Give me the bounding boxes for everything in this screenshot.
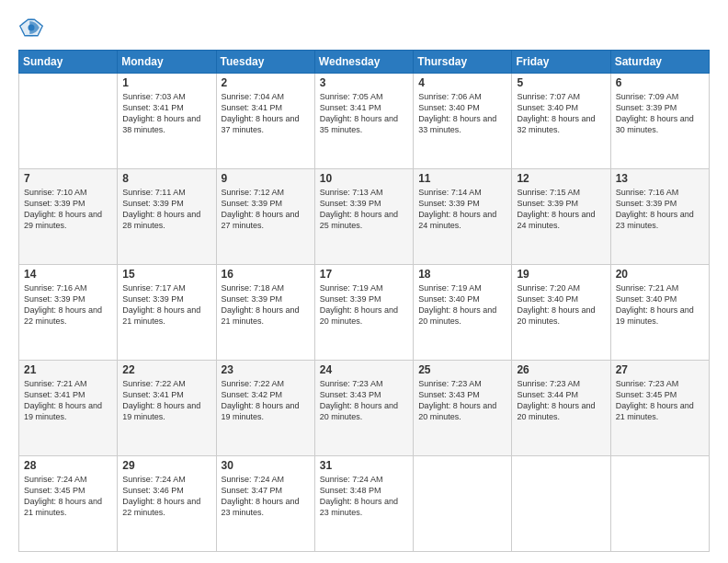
cell-info: Sunrise: 7:14 AMSunset: 3:39 PMDaylight:… xyxy=(418,187,506,232)
calendar-cell: 14Sunrise: 7:16 AMSunset: 3:39 PMDayligh… xyxy=(19,265,118,361)
calendar-cell: 9Sunrise: 7:12 AMSunset: 3:39 PMDaylight… xyxy=(216,169,314,265)
day-number: 25 xyxy=(418,363,506,376)
calendar-cell: 27Sunrise: 7:23 AMSunset: 3:45 PMDayligh… xyxy=(610,361,709,456)
calendar-cell: 31Sunrise: 7:24 AMSunset: 3:48 PMDayligh… xyxy=(314,456,413,552)
calendar-week-1: 1Sunrise: 7:03 AMSunset: 3:41 PMDaylight… xyxy=(19,74,710,169)
cell-info: Sunrise: 7:05 AMSunset: 3:41 PMDaylight:… xyxy=(320,91,408,136)
cell-info: Sunrise: 7:16 AMSunset: 3:39 PMDaylight:… xyxy=(616,187,704,232)
cell-info: Sunrise: 7:06 AMSunset: 3:40 PMDaylight:… xyxy=(418,91,506,136)
day-number: 26 xyxy=(517,363,605,376)
day-number: 17 xyxy=(320,268,408,281)
calendar-cell xyxy=(19,74,118,169)
calendar-cell: 19Sunrise: 7:20 AMSunset: 3:40 PMDayligh… xyxy=(512,265,610,361)
calendar-cell: 10Sunrise: 7:13 AMSunset: 3:39 PMDayligh… xyxy=(314,169,413,265)
day-number: 31 xyxy=(320,459,408,472)
calendar-cell xyxy=(610,456,709,552)
cell-info: Sunrise: 7:15 AMSunset: 3:39 PMDaylight:… xyxy=(517,187,605,232)
calendar-cell: 18Sunrise: 7:19 AMSunset: 3:40 PMDayligh… xyxy=(414,265,512,361)
day-number: 6 xyxy=(616,76,704,89)
day-number: 4 xyxy=(418,76,506,89)
calendar-week-3: 14Sunrise: 7:16 AMSunset: 3:39 PMDayligh… xyxy=(19,265,710,361)
cell-info: Sunrise: 7:19 AMSunset: 3:39 PMDaylight:… xyxy=(320,282,408,327)
cell-info: Sunrise: 7:22 AMSunset: 3:41 PMDaylight:… xyxy=(122,378,210,423)
calendar-cell: 8Sunrise: 7:11 AMSunset: 3:39 PMDaylight… xyxy=(118,169,216,265)
cell-info: Sunrise: 7:04 AMSunset: 3:41 PMDaylight:… xyxy=(222,91,310,136)
day-number: 15 xyxy=(122,268,210,281)
calendar-cell: 24Sunrise: 7:23 AMSunset: 3:43 PMDayligh… xyxy=(314,361,413,456)
logo-icon xyxy=(18,15,44,40)
logo xyxy=(18,15,48,40)
cell-info: Sunrise: 7:13 AMSunset: 3:39 PMDaylight:… xyxy=(320,187,408,232)
calendar-cell: 22Sunrise: 7:22 AMSunset: 3:41 PMDayligh… xyxy=(118,361,216,456)
page: SundayMondayTuesdayWednesdayThursdayFrid… xyxy=(0,0,728,563)
cell-info: Sunrise: 7:16 AMSunset: 3:39 PMDaylight:… xyxy=(24,282,112,327)
cell-info: Sunrise: 7:03 AMSunset: 3:41 PMDaylight:… xyxy=(122,91,210,136)
weekday-header-sunday: Sunday xyxy=(19,51,118,74)
calendar-week-5: 28Sunrise: 7:24 AMSunset: 3:45 PMDayligh… xyxy=(19,456,710,552)
cell-info: Sunrise: 7:22 AMSunset: 3:42 PMDaylight:… xyxy=(222,378,310,423)
day-number: 22 xyxy=(122,363,210,376)
calendar-cell: 4Sunrise: 7:06 AMSunset: 3:40 PMDaylight… xyxy=(414,74,512,169)
weekday-header-monday: Monday xyxy=(118,51,216,74)
cell-info: Sunrise: 7:19 AMSunset: 3:40 PMDaylight:… xyxy=(418,282,506,327)
header xyxy=(18,15,710,40)
day-number: 23 xyxy=(222,363,310,376)
calendar-cell: 11Sunrise: 7:14 AMSunset: 3:39 PMDayligh… xyxy=(414,169,512,265)
calendar-cell: 15Sunrise: 7:17 AMSunset: 3:39 PMDayligh… xyxy=(118,265,216,361)
weekday-header-thursday: Thursday xyxy=(414,51,512,74)
cell-info: Sunrise: 7:24 AMSunset: 3:47 PMDaylight:… xyxy=(222,474,310,519)
day-number: 12 xyxy=(517,172,605,185)
calendar-cell: 6Sunrise: 7:09 AMSunset: 3:39 PMDaylight… xyxy=(610,74,709,169)
day-number: 1 xyxy=(122,76,210,89)
calendar-cell: 23Sunrise: 7:22 AMSunset: 3:42 PMDayligh… xyxy=(216,361,314,456)
cell-info: Sunrise: 7:24 AMSunset: 3:46 PMDaylight:… xyxy=(122,474,210,519)
day-number: 24 xyxy=(320,363,408,376)
calendar-cell: 13Sunrise: 7:16 AMSunset: 3:39 PMDayligh… xyxy=(610,169,709,265)
calendar-cell: 17Sunrise: 7:19 AMSunset: 3:39 PMDayligh… xyxy=(314,265,413,361)
day-number: 20 xyxy=(616,268,704,281)
cell-info: Sunrise: 7:23 AMSunset: 3:43 PMDaylight:… xyxy=(418,378,506,423)
calendar-cell: 3Sunrise: 7:05 AMSunset: 3:41 PMDaylight… xyxy=(314,74,413,169)
cell-info: Sunrise: 7:17 AMSunset: 3:39 PMDaylight:… xyxy=(122,282,210,327)
day-number: 30 xyxy=(222,459,310,472)
day-number: 2 xyxy=(222,76,310,89)
svg-point-2 xyxy=(28,25,35,31)
cell-info: Sunrise: 7:12 AMSunset: 3:39 PMDaylight:… xyxy=(222,187,310,232)
day-number: 21 xyxy=(24,363,112,376)
calendar-week-2: 7Sunrise: 7:10 AMSunset: 3:39 PMDaylight… xyxy=(19,169,710,265)
calendar-cell xyxy=(414,456,512,552)
cell-info: Sunrise: 7:10 AMSunset: 3:39 PMDaylight:… xyxy=(24,187,112,232)
calendar-cell: 25Sunrise: 7:23 AMSunset: 3:43 PMDayligh… xyxy=(414,361,512,456)
calendar-week-4: 21Sunrise: 7:21 AMSunset: 3:41 PMDayligh… xyxy=(19,361,710,456)
cell-info: Sunrise: 7:09 AMSunset: 3:39 PMDaylight:… xyxy=(616,91,704,136)
calendar-cell: 12Sunrise: 7:15 AMSunset: 3:39 PMDayligh… xyxy=(512,169,610,265)
weekday-header-friday: Friday xyxy=(512,51,610,74)
day-number: 3 xyxy=(320,76,408,89)
calendar-cell: 20Sunrise: 7:21 AMSunset: 3:40 PMDayligh… xyxy=(610,265,709,361)
weekday-header-wednesday: Wednesday xyxy=(314,51,413,74)
cell-info: Sunrise: 7:21 AMSunset: 3:41 PMDaylight:… xyxy=(24,378,112,423)
cell-info: Sunrise: 7:24 AMSunset: 3:48 PMDaylight:… xyxy=(320,474,408,519)
cell-info: Sunrise: 7:18 AMSunset: 3:39 PMDaylight:… xyxy=(222,282,310,327)
day-number: 10 xyxy=(320,172,408,185)
weekday-header-tuesday: Tuesday xyxy=(216,51,314,74)
calendar-cell: 29Sunrise: 7:24 AMSunset: 3:46 PMDayligh… xyxy=(118,456,216,552)
cell-info: Sunrise: 7:20 AMSunset: 3:40 PMDaylight:… xyxy=(517,282,605,327)
day-number: 19 xyxy=(517,268,605,281)
day-number: 8 xyxy=(122,172,210,185)
calendar-cell: 16Sunrise: 7:18 AMSunset: 3:39 PMDayligh… xyxy=(216,265,314,361)
cell-info: Sunrise: 7:23 AMSunset: 3:43 PMDaylight:… xyxy=(320,378,408,423)
calendar-cell xyxy=(512,456,610,552)
day-number: 13 xyxy=(616,172,704,185)
weekday-header-saturday: Saturday xyxy=(610,51,709,74)
calendar-cell: 2Sunrise: 7:04 AMSunset: 3:41 PMDaylight… xyxy=(216,74,314,169)
day-number: 5 xyxy=(517,76,605,89)
calendar-cell: 26Sunrise: 7:23 AMSunset: 3:44 PMDayligh… xyxy=(512,361,610,456)
cell-info: Sunrise: 7:21 AMSunset: 3:40 PMDaylight:… xyxy=(616,282,704,327)
day-number: 16 xyxy=(222,268,310,281)
day-number: 7 xyxy=(24,172,112,185)
cell-info: Sunrise: 7:23 AMSunset: 3:45 PMDaylight:… xyxy=(616,378,704,423)
day-number: 28 xyxy=(24,459,112,472)
day-number: 11 xyxy=(418,172,506,185)
cell-info: Sunrise: 7:07 AMSunset: 3:40 PMDaylight:… xyxy=(517,91,605,136)
